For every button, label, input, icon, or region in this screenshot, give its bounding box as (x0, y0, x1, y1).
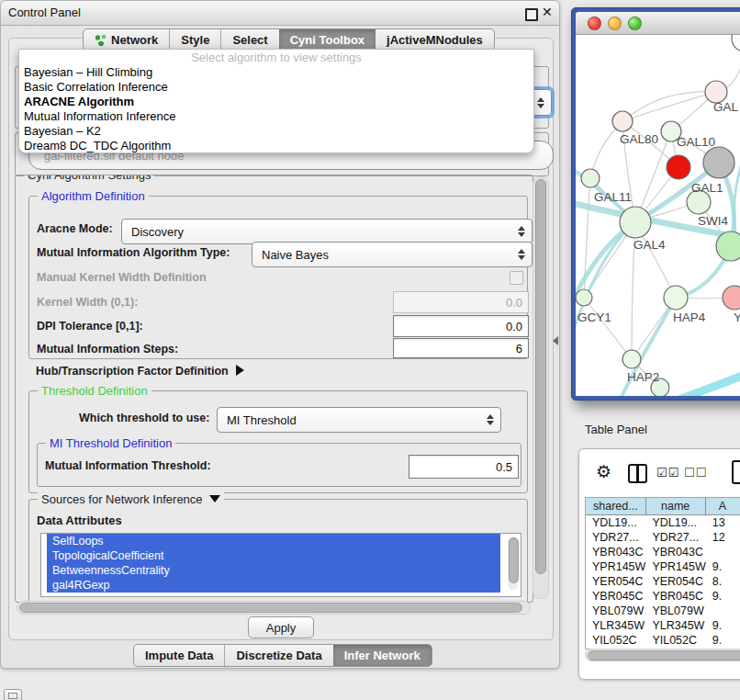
gear-icon[interactable]: ⚙ (596, 461, 611, 482)
list-scrollbar[interactable] (508, 536, 518, 590)
list-item-gal4rgexp[interactable]: gal4RGexp (47, 578, 500, 593)
tab-impute-data[interactable]: Impute Data (134, 645, 224, 666)
scrollbar-thumb[interactable] (535, 179, 546, 574)
dpi-tolerance-field[interactable]: 0.0 (393, 315, 529, 337)
manual-kernel-label: Manual Kernel Width Definition (37, 271, 207, 284)
data-attributes-list[interactable]: SelfLoopsTopologicalCoefficientBetweenne… (40, 533, 521, 597)
docked-panel-icon[interactable] (4, 689, 22, 700)
dropdown-item-bayesian-hill-climbing[interactable]: Bayesian – Hill Climbing (19, 65, 533, 80)
network-node[interactable] (620, 207, 651, 238)
minimize-traffic-light-icon[interactable] (608, 17, 622, 30)
network-node[interactable] (716, 231, 740, 261)
network-node[interactable] (723, 286, 740, 310)
deselect-all-checkboxes-icon[interactable]: ☐☐ (684, 466, 707, 480)
table-row[interactable]: YDR27...YDR27...12 (586, 530, 740, 545)
table-panel-title: Table Panel (585, 423, 647, 436)
table-cell: YER054C (645, 574, 705, 589)
table-row[interactable]: YIL052CYIL052C9. (586, 633, 740, 648)
network-node[interactable] (667, 155, 690, 179)
table-row[interactable]: YBR043CYBR043C (586, 545, 740, 559)
data-attributes-label: Data Attributes (37, 514, 122, 527)
table-hscrollbar[interactable] (585, 649, 740, 661)
close-traffic-light-icon[interactable] (588, 17, 601, 30)
mi-threshold-group-title: MI Threshold Definition (46, 436, 175, 450)
stepper-arrows-icon (518, 249, 525, 260)
scrollbar-thumb[interactable] (588, 650, 740, 660)
tab-jactivemnodules[interactable]: jActiveMNodules (376, 29, 494, 50)
which-threshold-value: MI Threshold (227, 413, 297, 427)
table-cell: YLR345W (645, 618, 705, 633)
network-node[interactable] (612, 111, 633, 131)
expanded-arrow-icon (209, 495, 220, 502)
network-canvas[interactable]: GALGAL80GAL10GAL11GAL1SWI4GAL4GCY1HAP4YH… (576, 35, 740, 396)
control-panel-titlebar: Control Panel ✕ (1, 1, 559, 26)
dropdown-item-basic-correlation-inference[interactable]: Basic Correlation Inference (19, 80, 533, 95)
list-item-topologicalcoefficient[interactable]: TopologicalCoefficient (47, 548, 500, 563)
dropdown-item-mutual-information-inference[interactable]: Mutual Information Inference (19, 109, 533, 124)
network-node[interactable] (581, 169, 600, 187)
which-threshold-combo[interactable]: MI Threshold (217, 407, 501, 433)
node-label-hap4: HAP4 (673, 310, 706, 324)
zoom-traffic-light-icon[interactable] (628, 17, 642, 30)
table-row[interactable]: YLR345WYLR345W9. (586, 618, 740, 633)
bottom-tabbar: Impute DataDiscretize DataInfer Network (133, 644, 432, 667)
apply-button[interactable]: Apply (248, 616, 314, 638)
mi-steps-field[interactable]: 6 (393, 338, 529, 358)
list-item-betweennesscentrality[interactable]: BetweennessCentrality (47, 563, 500, 578)
node-table: shared...nameA YDL19...YDL19...13YDR27..… (585, 497, 740, 649)
mi-algorithm-combo[interactable]: Naive Bayes (252, 242, 533, 267)
table-cell (706, 545, 740, 559)
tab-discretize-data[interactable]: Discretize Data (224, 645, 332, 666)
tab-style[interactable]: Style (169, 29, 220, 50)
tab-label: Cyni Toolbox (290, 33, 364, 47)
tab-select[interactable]: Select (220, 29, 278, 50)
network-node[interactable] (664, 286, 688, 310)
table-header-row: shared...nameA (586, 498, 740, 515)
table-row[interactable]: YDL19...YDL19...13 (586, 515, 740, 530)
scrollbar-thumb[interactable] (19, 603, 522, 613)
columns-icon[interactable] (628, 464, 647, 483)
settings-hscrollbar[interactable] (17, 601, 531, 615)
table-cell: YPR145W (645, 559, 705, 574)
sources-group: Sources for Network Inference Data Attri… (28, 499, 528, 603)
aracne-mode-combo[interactable]: Discovery (121, 219, 533, 244)
tab-cyni-toolbox[interactable]: Cyni Toolbox (279, 29, 376, 50)
table-row[interactable]: YER054CYER054C8. (586, 574, 740, 589)
column-header-name[interactable]: name (645, 498, 705, 514)
manual-kernel-checkbox (510, 271, 523, 285)
scrollbar-thumb[interactable] (509, 537, 519, 583)
table-cell: YBR043C (586, 545, 645, 559)
network-node[interactable] (703, 147, 734, 178)
dropdown-item-aracne-algorithm[interactable]: ARACNE Algorithm (19, 95, 533, 109)
list-item-selfloops[interactable]: SelfLoops (47, 534, 500, 548)
column-header-a[interactable]: A (705, 498, 740, 514)
panel-title: Control Panel (8, 6, 81, 19)
network-node[interactable] (622, 350, 641, 368)
which-threshold-label: Which threshold to use: (79, 412, 209, 424)
export-table-icon[interactable] (732, 460, 740, 484)
collapsed-arrow-icon (236, 365, 244, 376)
mi-threshold-field[interactable]: 0.5 (409, 455, 519, 479)
dropdown-item-bayesian-k2[interactable]: Bayesian – K2 (19, 124, 533, 139)
aracne-mode-label: Aracne Mode: (37, 222, 113, 235)
hub-definition-toggle[interactable]: Hub/Transcription Factor Definition (36, 362, 244, 378)
panel-collapse-arrow[interactable] (553, 336, 558, 345)
tab-infer-network[interactable]: Infer Network (333, 645, 432, 666)
cyni-toolbox-panel: gal-filtered.sif default node Select alg… (8, 38, 554, 640)
dropdown-item-dream8-dc-tdc-algorithm[interactable]: Dream8 DC_TDC Algorithm (19, 139, 533, 153)
table-row[interactable]: YPR145WYPR145W9. (586, 559, 740, 574)
network-node[interactable] (732, 35, 740, 51)
tab-label: Select (232, 33, 267, 47)
column-header-shared[interactable]: shared... (586, 498, 645, 514)
table-row[interactable]: YBR045CYBR045C9. (586, 589, 740, 604)
table-row[interactable]: YBL079WYBL079W (586, 604, 740, 618)
settings-vscrollbar[interactable] (533, 176, 549, 599)
close-icon[interactable]: ✕ (542, 5, 553, 19)
mi-threshold-value: 0.5 (496, 460, 512, 474)
tab-network[interactable]: Network (84, 29, 169, 50)
select-all-checkboxes-icon[interactable]: ☑☑ (656, 466, 679, 480)
stepper-arrows-icon (537, 97, 544, 108)
float-window-icon[interactable] (525, 8, 538, 21)
network-node[interactable] (576, 289, 592, 306)
node-label-gal: GAL (713, 100, 739, 114)
